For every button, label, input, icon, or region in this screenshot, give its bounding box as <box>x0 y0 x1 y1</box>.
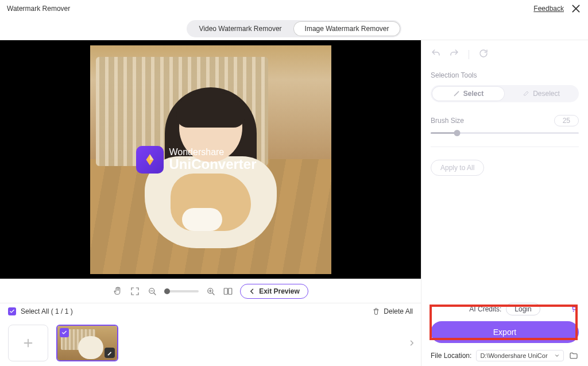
close-icon <box>571 3 581 14</box>
compare-icon <box>223 286 233 296</box>
undo-button[interactable] <box>431 48 441 61</box>
redo-icon <box>449 48 459 59</box>
thumbnail-edit-button[interactable] <box>105 348 115 358</box>
file-location-value: D:\Wondershare UniCor <box>480 352 547 359</box>
delete-all-label: Delete All <box>384 307 413 315</box>
pan-tool[interactable] <box>113 286 123 296</box>
fit-tool[interactable] <box>130 286 140 296</box>
fit-icon <box>130 286 140 296</box>
filmstrip-next-button[interactable] <box>406 337 417 349</box>
login-button[interactable]: Login <box>506 303 540 315</box>
delete-all-button[interactable]: Delete All <box>372 307 413 315</box>
reset-icon <box>478 48 489 59</box>
zoom-out-button[interactable] <box>147 286 157 296</box>
file-location-dropdown[interactable]: D:\Wondershare UniCor <box>476 350 564 361</box>
brush-size-label: Brush Size <box>431 117 464 125</box>
undo-icon <box>431 48 441 59</box>
tab-video-watermark[interactable]: Video Watermark Remover <box>188 21 293 36</box>
brush-icon <box>453 90 460 97</box>
sidebar: Selection Tools Select Deselect Brush Si… <box>421 40 588 366</box>
canvas-toolbar: Exit Preview <box>0 279 421 303</box>
zoom-in-button[interactable] <box>206 286 216 296</box>
browse-folder-button[interactable] <box>568 350 579 361</box>
zoom-out-icon <box>147 286 157 296</box>
thumbnail-checkbox[interactable] <box>60 328 69 337</box>
check-icon <box>9 309 15 314</box>
selection-tools-title: Selection Tools <box>431 71 579 79</box>
filmstrip: Select All ( 1 / 1 ) Delete All <box>0 303 421 366</box>
hand-icon <box>113 286 123 296</box>
thumbnail-item[interactable] <box>56 325 118 361</box>
titlebar: Watermark Remover Feedback <box>0 0 588 17</box>
watermark-logo-icon <box>136 146 164 174</box>
chevron-right-icon <box>408 340 415 346</box>
file-location-label: File Location: <box>431 352 471 360</box>
select-tool-button[interactable]: Select <box>432 86 505 101</box>
add-image-button[interactable] <box>8 325 48 361</box>
close-button[interactable] <box>571 3 581 14</box>
compare-button[interactable] <box>223 286 233 296</box>
preview-image: Wondershare UniConverter <box>90 45 331 274</box>
cart-button[interactable] <box>570 304 579 315</box>
pencil-icon <box>107 350 113 356</box>
redo-button[interactable] <box>449 48 459 61</box>
eraser-icon <box>523 90 529 97</box>
trash-icon <box>372 307 380 315</box>
svg-point-5 <box>575 310 577 311</box>
ai-credits-label: AI Credits: <box>469 305 501 313</box>
feedback-link[interactable]: Feedback <box>533 5 564 13</box>
deselect-tool-button[interactable]: Deselect <box>505 86 578 101</box>
check-icon <box>61 330 67 336</box>
svg-rect-3 <box>229 288 232 294</box>
export-label: Export <box>493 328 516 337</box>
watermark-overlay: Wondershare UniConverter <box>136 146 257 174</box>
export-button[interactable]: Export <box>431 321 579 343</box>
preview-canvas[interactable]: Wondershare UniConverter <box>0 40 421 279</box>
brush-size-value[interactable]: 25 <box>554 115 579 126</box>
window-title: Watermark Remover <box>7 5 70 13</box>
exit-preview-label: Exit Preview <box>259 287 300 295</box>
folder-icon <box>569 351 578 360</box>
watermark-text-1: Wondershare <box>169 147 257 157</box>
zoom-slider[interactable] <box>164 290 199 292</box>
brush-size-slider[interactable] <box>431 132 579 134</box>
select-tool-label: Select <box>463 90 483 98</box>
exit-preview-button[interactable]: Exit Preview <box>240 284 308 299</box>
select-all-label: Select All ( 1 / 1 ) <box>21 307 73 315</box>
selection-segment: Select Deselect <box>431 85 579 102</box>
arrow-left-icon <box>249 288 256 295</box>
plus-icon <box>22 337 34 349</box>
svg-point-4 <box>573 310 574 311</box>
svg-rect-2 <box>224 288 227 294</box>
apply-to-all-button[interactable]: Apply to All <box>431 160 484 176</box>
tab-image-watermark[interactable]: Image Watermark Remover <box>293 21 401 36</box>
deselect-tool-label: Deselect <box>533 90 560 98</box>
cart-icon <box>570 304 579 313</box>
mode-tabs: Video Watermark Remover Image Watermark … <box>0 17 588 40</box>
select-all-checkbox[interactable] <box>8 307 16 315</box>
zoom-in-icon <box>206 286 216 296</box>
chevron-down-icon <box>554 353 560 359</box>
reset-button[interactable] <box>478 48 489 61</box>
watermark-text-2: UniConverter <box>169 157 257 172</box>
